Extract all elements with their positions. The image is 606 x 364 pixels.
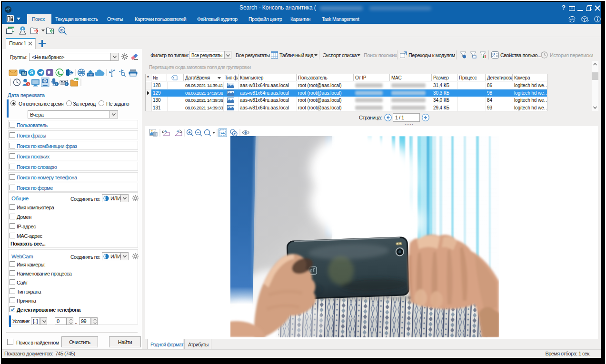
svg-text:S: S <box>30 69 33 75</box>
svg-text:i: i <box>66 82 67 86</box>
svg-text:ID: ID <box>60 29 64 32</box>
svg-text:FTP: FTP <box>89 74 92 76</box>
svg-text:HTTP: HTTP <box>79 71 84 74</box>
svg-text:API: API <box>570 18 574 21</box>
svg-text:IM: IM <box>22 72 26 75</box>
svg-text:i: i <box>56 82 57 86</box>
